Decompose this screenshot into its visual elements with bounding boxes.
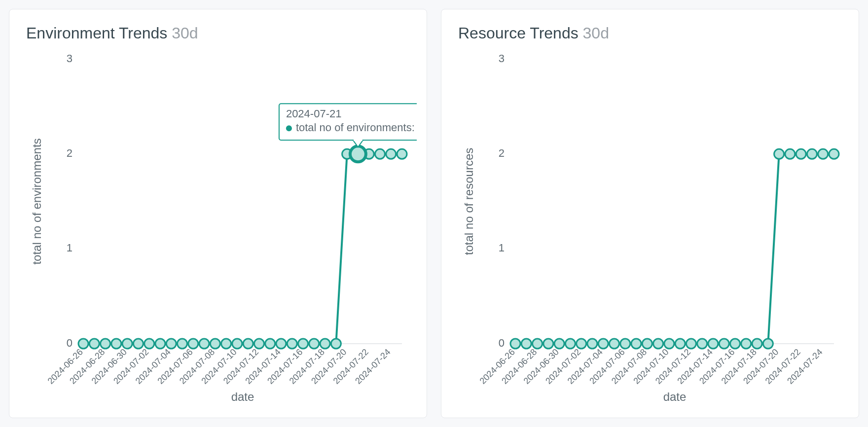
svg-point-86 [577,339,586,349]
svg-point-91 [631,339,641,349]
svg-point-28 [145,339,154,349]
svg-point-42 [298,339,308,349]
svg-point-51 [397,149,407,159]
svg-point-38 [254,339,264,349]
svg-text:0: 0 [499,337,505,349]
svg-point-85 [565,339,575,349]
card-title-period: 30d [172,24,198,42]
svg-text:total no of environments: 2: total no of environments: 2 [296,121,417,134]
svg-point-49 [375,149,385,159]
svg-point-40 [276,339,286,349]
svg-point-101 [741,339,751,349]
svg-point-45 [331,339,341,349]
svg-point-37 [243,339,253,349]
svg-point-56 [286,125,292,131]
card-title: Resource Trends 30d [451,24,849,42]
card-title-period: 30d [583,24,609,42]
svg-point-26 [122,339,132,349]
svg-point-92 [642,339,652,349]
svg-text:3: 3 [499,52,505,65]
svg-point-29 [155,339,165,349]
svg-point-36 [232,339,242,349]
svg-point-25 [111,339,121,349]
dashboard: Environment Trends 30d 01232024-06-26202… [0,0,868,427]
svg-point-109 [829,149,839,159]
svg-text:0: 0 [67,337,72,349]
svg-text:2024-07-21: 2024-07-21 [286,107,342,120]
svg-text:date: date [663,390,687,403]
svg-point-97 [697,339,707,349]
svg-point-30 [166,339,176,349]
svg-point-23 [89,339,99,349]
resource-trends-plot[interactable]: 01232024-06-262024-06-282024-06-302024-0… [451,44,849,408]
svg-point-98 [708,339,718,349]
svg-point-33 [199,339,209,349]
svg-text:2: 2 [499,147,505,159]
card-title: Environment Trends 30d [19,24,417,42]
svg-point-52 [350,146,366,162]
environment-trends-plot[interactable]: 01232024-06-262024-06-282024-06-302024-0… [19,44,417,408]
svg-point-35 [221,339,231,349]
svg-point-105 [785,149,795,159]
svg-point-108 [818,149,828,159]
svg-point-106 [796,149,806,159]
svg-point-82 [533,339,542,349]
svg-point-88 [598,339,608,349]
environment-trends-card: Environment Trends 30d 01232024-06-26202… [9,9,427,418]
svg-text:2: 2 [67,147,72,159]
svg-text:date: date [231,390,254,403]
svg-point-83 [543,339,553,349]
svg-point-90 [620,339,630,349]
resource-trends-card: Resource Trends 30d 01232024-06-262024-0… [441,9,859,418]
svg-point-24 [101,339,110,349]
svg-point-81 [521,339,531,349]
svg-point-43 [309,339,319,349]
svg-point-104 [774,149,784,159]
svg-point-94 [664,339,674,349]
svg-text:total no of environments: total no of environments [30,138,43,264]
svg-text:1: 1 [499,242,505,254]
svg-point-107 [807,149,817,159]
svg-text:total no of resources: total no of resources [462,148,475,255]
svg-point-41 [287,339,297,349]
svg-text:3: 3 [67,52,72,65]
svg-point-50 [386,149,396,159]
svg-point-99 [719,339,729,349]
svg-point-84 [554,339,564,349]
card-title-text: Environment Trends [26,24,167,42]
svg-point-34 [210,339,220,349]
svg-point-80 [510,339,520,349]
svg-point-87 [587,339,597,349]
svg-point-44 [320,339,330,349]
svg-text:1: 1 [67,242,72,254]
svg-point-100 [730,339,740,349]
svg-point-102 [752,339,762,349]
svg-point-39 [265,339,275,349]
svg-point-89 [609,339,619,349]
svg-point-22 [78,339,88,349]
svg-point-31 [177,339,187,349]
svg-point-27 [133,339,143,349]
svg-point-96 [686,339,696,349]
card-title-text: Resource Trends [458,24,579,42]
svg-point-103 [763,339,773,349]
svg-point-93 [653,339,663,349]
svg-point-95 [675,339,685,349]
svg-point-32 [188,339,198,349]
